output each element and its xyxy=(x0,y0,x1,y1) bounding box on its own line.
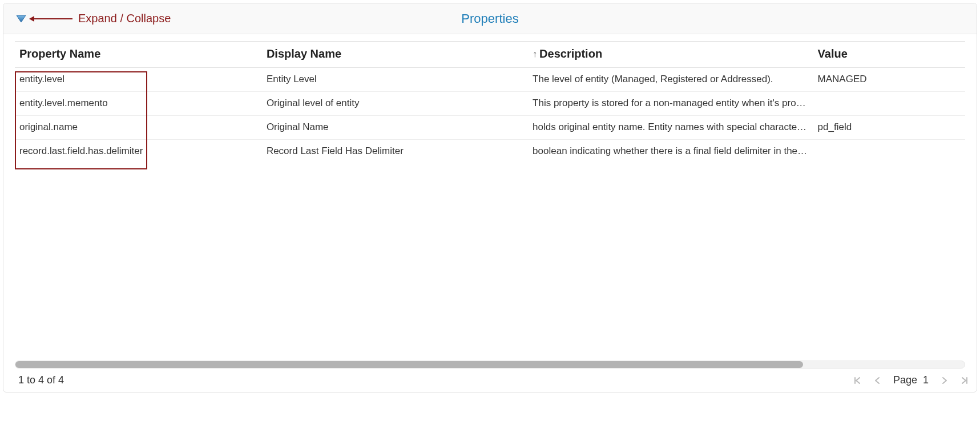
pager: Page 1 xyxy=(853,374,969,386)
cell-description: This property is stored for a non-manage… xyxy=(528,92,813,116)
panel-footer: 1 to 4 of 4 Page 1 xyxy=(3,369,977,392)
properties-panel: Expand / Collapse Properties Property Na… xyxy=(3,3,977,392)
expand-collapse-toggle[interactable] xyxy=(16,15,26,23)
next-page-button[interactable] xyxy=(941,377,948,385)
page-indicator: Page 1 xyxy=(893,374,929,386)
cell-property-name: record.last.field.has.delimiter xyxy=(15,140,262,164)
cell-display-name: Record Last Field Has Delimiter xyxy=(262,140,528,164)
col-description[interactable]: ↑Description xyxy=(528,42,813,68)
annotation-label: Expand / Collapse xyxy=(78,12,171,25)
arrow-left-icon xyxy=(30,18,72,19)
cell-property-name: entity.level xyxy=(15,68,262,92)
table-row[interactable]: original.name Original Name holds origin… xyxy=(15,116,965,140)
first-page-button[interactable] xyxy=(853,377,861,385)
col-value[interactable]: Value xyxy=(813,42,965,68)
svg-marker-0 xyxy=(17,15,26,22)
last-page-button[interactable] xyxy=(961,377,969,385)
cell-display-name: Original Name xyxy=(262,116,528,140)
horizontal-scrollbar[interactable] xyxy=(15,361,965,369)
col-property-name[interactable]: Property Name xyxy=(15,42,262,68)
panel-header: Expand / Collapse Properties xyxy=(3,3,977,34)
cell-display-name: Entity Level xyxy=(262,68,528,92)
cell-description: holds original entity name. Entity names… xyxy=(528,116,813,140)
cell-value: MANAGED xyxy=(813,68,965,92)
panel-title: Properties xyxy=(461,11,518,26)
cell-property-name: entity.level.memento xyxy=(15,92,262,116)
sort-ascending-icon: ↑ xyxy=(533,49,537,59)
cell-description: The level of entity (Managed, Registered… xyxy=(528,68,813,92)
cell-value: pd_field xyxy=(813,116,965,140)
cell-property-name: original.name xyxy=(15,116,262,140)
cell-value xyxy=(813,140,965,164)
table-row[interactable]: record.last.field.has.delimiter Record L… xyxy=(15,140,965,164)
panel-body: Property Name Display Name ↑Description … xyxy=(3,34,977,354)
cell-value xyxy=(813,92,965,116)
table-header-row: Property Name Display Name ↑Description … xyxy=(15,42,965,68)
scrollbar-thumb[interactable] xyxy=(15,361,803,368)
cell-display-name: Original level of entity xyxy=(262,92,528,116)
row-range: 1 to 4 of 4 xyxy=(18,374,64,386)
table-row[interactable]: entity.level.memento Original level of e… xyxy=(15,92,965,116)
properties-table: Property Name Display Name ↑Description … xyxy=(15,41,965,163)
col-display-name[interactable]: Display Name xyxy=(262,42,528,68)
prev-page-button[interactable] xyxy=(874,377,881,385)
cell-description: boolean indicating whether there is a fi… xyxy=(528,140,813,164)
expand-collapse-annotation: Expand / Collapse xyxy=(30,12,171,25)
table-row[interactable]: entity.level Entity Level The level of e… xyxy=(15,68,965,92)
